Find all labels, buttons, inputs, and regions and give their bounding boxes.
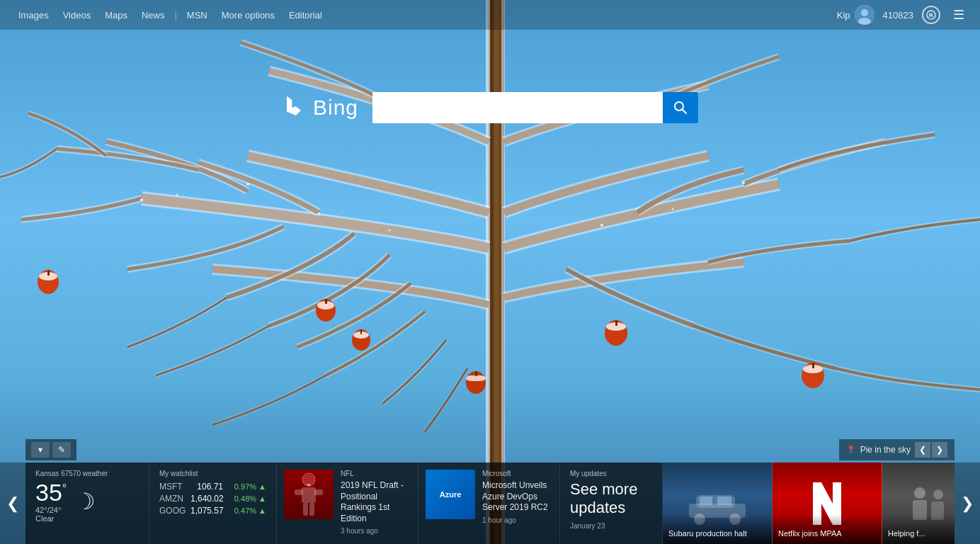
stock-change-amzn: 0.48% ▲	[228, 494, 266, 503]
svg-point-28	[389, 230, 391, 232]
helping-news-card[interactable]: Helping f...	[882, 463, 955, 544]
weather-condition: Clear	[35, 514, 67, 523]
nfl-content: NFL 2019 NFL Draft - Positional Rankings…	[341, 470, 411, 535]
svg-point-33	[861, 9, 868, 16]
stock-row-amzn[interactable]: AMZN 1,640.02 0.48% ▲	[159, 494, 266, 504]
nav-news[interactable]: News	[135, 10, 172, 21]
search-icon	[673, 101, 688, 115]
svg-rect-20	[615, 320, 617, 326]
bing-logo: Bing	[282, 94, 358, 122]
points-display[interactable]: 410823	[883, 10, 913, 21]
username: Kip	[837, 10, 850, 21]
player-image	[284, 470, 334, 519]
svg-point-27	[317, 212, 320, 215]
strip-controls: ▾ ✎	[25, 439, 76, 460]
nav-images[interactable]: Images	[11, 10, 56, 21]
weather-temperature: 35°	[35, 479, 67, 506]
collapse-button[interactable]: ▾	[31, 442, 50, 458]
subaru-news-card[interactable]: Subaru production halt	[663, 463, 773, 544]
stock-change-msft: 0.97% ▲	[227, 482, 266, 491]
watchlist-card[interactable]: My watchlist MSFT 106.71 0.97% ▲ AMZN 1,…	[149, 463, 277, 544]
svg-rect-41	[295, 489, 303, 495]
stock-ticker-goog: GOOG	[159, 506, 186, 516]
right-arrow-icon: ❯	[961, 494, 974, 513]
updates-card[interactable]: My updates See more updates January 23	[560, 463, 663, 544]
microsoft-title: Microsoft Unveils Azure DevOps Server 20…	[482, 480, 552, 514]
credit-navigation: ❮ ❯	[915, 442, 947, 458]
svg-point-56	[914, 487, 925, 499]
search-input[interactable]	[372, 92, 663, 123]
svg-rect-17	[475, 371, 477, 376]
see-more-updates-text[interactable]: See more updates	[570, 480, 652, 518]
svg-point-25	[176, 194, 178, 196]
azure-logo: Azure	[426, 470, 475, 519]
nfl-label: NFL	[341, 470, 411, 477]
temp-unit: °	[62, 482, 67, 494]
navbar: Images Videos Maps News | MSN More optio…	[0, 0, 980, 30]
svg-rect-52	[717, 497, 731, 505]
bing-text: Bing	[313, 96, 358, 120]
svg-point-30	[672, 208, 674, 210]
stock-row-goog[interactable]: GOOG 1,075.57 0.47% ▲	[159, 506, 266, 516]
netflix-news-card[interactable]: Netflix joins MPAA	[773, 463, 882, 544]
updates-label: My updates	[570, 470, 652, 477]
search-box	[372, 92, 698, 123]
nav-msn[interactable]: MSN	[180, 10, 215, 21]
stock-row-msft[interactable]: MSFT 106.71 0.97% ▲	[159, 482, 266, 492]
svg-line-38	[683, 110, 687, 114]
football-player-icon	[287, 470, 330, 519]
credit-next-button[interactable]: ❯	[932, 442, 947, 458]
nav-editorial[interactable]: Editorial	[282, 10, 329, 21]
nav-separator: |	[171, 10, 179, 21]
weather-range: 42°/24°	[35, 506, 67, 514]
netflix-overlay: Netflix joins MPAA	[773, 514, 882, 544]
svg-rect-42	[314, 489, 323, 495]
svg-rect-43	[303, 503, 308, 516]
svg-point-26	[246, 183, 249, 186]
edit-icon: ✎	[58, 445, 65, 455]
subaru-overlay: Subaru production halt	[663, 514, 772, 544]
stock-price-goog: 1,075.57	[190, 506, 224, 516]
nav-videos[interactable]: Videos	[56, 10, 98, 21]
bing-b-icon	[282, 94, 307, 122]
left-nav-arrow[interactable]: ❮	[0, 463, 25, 544]
stock-price-amzn: 1,640.02	[190, 494, 224, 504]
reward-icon: R	[926, 10, 936, 20]
microsoft-thumbnail: Azure	[426, 470, 475, 519]
nfl-time: 3 hours ago	[341, 527, 411, 535]
svg-rect-44	[309, 503, 314, 516]
microsoft-content: Microsoft Microsoft Unveils Azure DevOps…	[482, 470, 552, 524]
svg-rect-14	[360, 329, 362, 334]
weather-card[interactable]: Kansas 67570 weather 35° 42°/24° Clear ☽	[25, 463, 149, 544]
search-button[interactable]	[663, 92, 698, 123]
stock-change-goog: 0.47% ▲	[228, 506, 266, 515]
user-menu[interactable]: Kip	[837, 5, 874, 25]
netflix-title: Netflix joins MPAA	[778, 528, 876, 538]
nav-maps[interactable]: Maps	[98, 10, 135, 21]
subaru-title: Subaru production halt	[668, 528, 766, 538]
microsoft-time: 1 hour ago	[482, 516, 552, 524]
cards-container: Kansas 67570 weather 35° 42°/24° Clear ☽…	[25, 463, 955, 544]
svg-point-58	[933, 489, 943, 499]
helping-title: Helping f...	[888, 528, 955, 538]
nfl-title: 2019 NFL Draft - Positional Rankings 1st…	[341, 480, 411, 524]
temp-value: 35	[35, 479, 62, 506]
down-arrow-icon: ▾	[38, 445, 42, 455]
credit-text: Pie in the sky	[860, 445, 911, 455]
watchlist-label: My watchlist	[159, 470, 266, 477]
hamburger-button[interactable]: ☰	[949, 4, 969, 26]
svg-rect-23	[812, 363, 814, 368]
svg-rect-16	[466, 375, 486, 381]
stock-price-msft: 106.71	[190, 482, 223, 492]
credit-prev-button[interactable]: ❮	[915, 442, 930, 458]
points-icon[interactable]: R	[922, 6, 940, 24]
nav-more[interactable]: More options	[215, 10, 282, 21]
edit-button[interactable]: ✎	[52, 442, 71, 458]
nfl-card[interactable]: NFL 2019 NFL Draft - Positional Rankings…	[277, 463, 418, 544]
right-nav-arrow[interactable]: ❯	[955, 463, 980, 544]
helping-overlay: Helping f...	[882, 514, 955, 544]
svg-point-29	[600, 224, 603, 227]
location-pin-icon: 📍	[846, 446, 856, 455]
microsoft-card[interactable]: Azure Microsoft Microsoft Unveils Azure …	[418, 463, 560, 544]
nfl-thumbnail	[284, 470, 334, 519]
